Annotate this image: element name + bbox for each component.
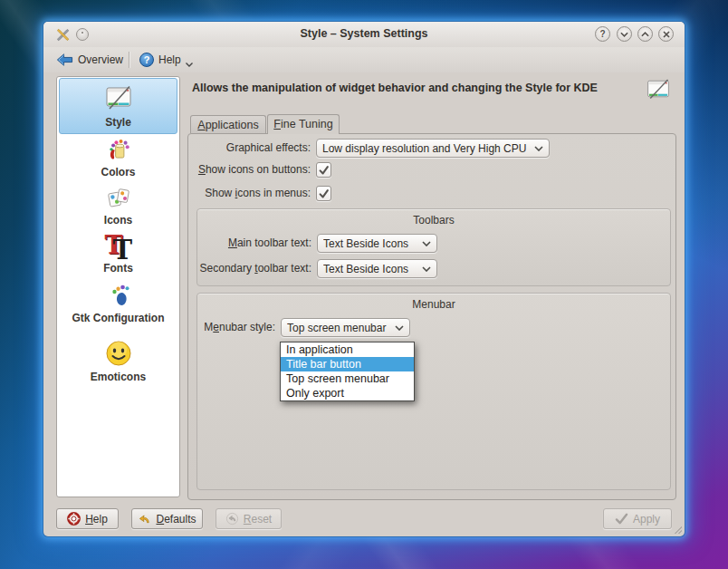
chevron-down-icon	[534, 146, 543, 151]
checkmark-icon	[318, 164, 330, 176]
tab-fine-tuning[interactable]: Fine Tuning	[267, 114, 340, 134]
menubar-style-combobox[interactable]: Top screen menubar	[281, 318, 410, 337]
help-button[interactable]: Help	[56, 508, 119, 529]
sidebar-item-emoticons[interactable]: Emoticons	[59, 333, 177, 388]
reset-button[interactable]: Reset	[216, 508, 282, 529]
menubar-group-title: Menubar	[197, 298, 670, 311]
undo-arrow-icon	[138, 512, 151, 526]
style-icon	[104, 84, 133, 113]
window-maximize-button[interactable]	[637, 26, 653, 42]
window-title: Style – System Settings	[43, 27, 685, 40]
defaults-button[interactable]: Defaults	[131, 508, 203, 529]
menubar-groupbox: Menubar Menubar style: Top screen menuba…	[196, 293, 671, 490]
dropdown-item-top-screen-menubar[interactable]: Top screen menubar	[281, 371, 414, 386]
secondary-toolbar-text-label: Secondary toolbar text:	[185, 259, 311, 278]
fine-tuning-panel: Graphical effects: Low display resolutio…	[187, 133, 676, 500]
help-icon: ?	[139, 53, 154, 67]
close-icon	[663, 31, 670, 38]
titlebar[interactable]: Style – System Settings ?	[43, 22, 685, 47]
sidebar-item-label: Emoticons	[91, 371, 146, 383]
style-preview-icon	[646, 78, 671, 100]
sidebar-item-label: Style	[105, 116, 131, 129]
icons-on-buttons-checkbox[interactable]	[316, 162, 331, 178]
sidebar-item-label: Gtk Configuration	[72, 312, 165, 324]
icons-on-buttons-label: Show icons on buttons:	[166, 162, 311, 178]
sidebar-item-gtk-configuration[interactable]: Gtk Configuration	[59, 279, 177, 328]
chevron-up-icon	[641, 32, 649, 37]
dropdown-item-only-export[interactable]: Only export	[281, 386, 414, 400]
back-arrow-icon	[56, 53, 73, 67]
reset-button-label: Reset	[244, 513, 272, 526]
colors-icon	[104, 139, 133, 163]
toolbar-separator	[129, 52, 129, 68]
sidebar-item-label: Icons	[104, 214, 132, 227]
sidebar-item-colors[interactable]: Colors	[59, 135, 177, 182]
toolbars-group-title: Toolbars	[197, 214, 670, 227]
checkmark-icon	[615, 513, 628, 525]
fonts-icon: TT	[104, 235, 133, 259]
window-close-button[interactable]	[658, 26, 674, 42]
toolbar: Overview ? Help	[43, 47, 685, 72]
apply-button-label: Apply	[633, 513, 660, 526]
chevron-down-icon	[422, 266, 431, 272]
checkmark-icon	[318, 188, 330, 199]
window-minimize-button[interactable]	[617, 26, 632, 42]
gnome-foot-icon	[104, 283, 133, 309]
overview-label: Overview	[78, 53, 123, 66]
main-toolbar-text-combobox[interactable]: Text Beside Icons	[317, 234, 437, 253]
smiley-icon	[104, 339, 133, 368]
sidebar-item-style[interactable]: Style	[59, 78, 177, 134]
window-help-button[interactable]: ?	[595, 26, 610, 42]
graphical-effects-combobox[interactable]: Low display resolution and Very High CPU	[316, 139, 550, 158]
menubar-style-label: Menubar style:	[198, 318, 275, 337]
question-icon: ?	[599, 30, 605, 39]
main-toolbar-text-label: Main toolbar text:	[203, 234, 311, 253]
icons-in-menus-checkbox[interactable]	[316, 186, 331, 201]
resize-grip[interactable]	[675, 526, 682, 534]
chevron-down-icon	[422, 241, 431, 246]
toolbars-groupbox: Toolbars Main toolbar text: Text Beside …	[196, 208, 671, 286]
overview-button[interactable]: Overview	[51, 50, 129, 70]
sidebar-item-fonts[interactable]: TT Fonts	[59, 231, 177, 278]
defaults-button-label: Defaults	[156, 513, 196, 526]
apply-button[interactable]: Apply	[603, 508, 672, 529]
category-sidebar: Style Colors	[56, 76, 180, 497]
chevron-down-icon	[395, 325, 404, 331]
system-settings-window: Style – System Settings ? Overview	[43, 22, 685, 536]
tab-applications[interactable]: Applications	[190, 115, 266, 133]
sidebar-item-label: Colors	[101, 166, 135, 178]
help-menu-label: Help	[158, 53, 181, 66]
undo-arrow-icon	[225, 512, 239, 526]
module-description: Allows the manipulation of widget behavi…	[192, 82, 645, 94]
lifebuoy-icon	[67, 512, 81, 526]
chevron-down-icon	[620, 32, 628, 37]
help-menu-button[interactable]: ? Help	[134, 50, 198, 70]
icons-icon	[104, 187, 133, 211]
icons-in-menus-label: Show icons in menus:	[166, 186, 311, 201]
desktop-wallpaper: Style – System Settings ? Overview	[0, 0, 728, 569]
dropdown-item-title-bar-button[interactable]: Title bar button	[281, 357, 414, 371]
secondary-toolbar-text-combobox[interactable]: Text Beside Icons	[317, 259, 437, 278]
sidebar-item-icons[interactable]: Icons	[59, 183, 177, 230]
dropdown-item-in-application[interactable]: In application	[281, 342, 414, 357]
help-button-label: Help	[85, 513, 108, 526]
chevron-down-icon	[186, 63, 193, 67]
graphical-effects-label: Graphical effects:	[202, 139, 311, 158]
menubar-style-dropdown-popup: In application Title bar button Top scre…	[280, 342, 415, 401]
